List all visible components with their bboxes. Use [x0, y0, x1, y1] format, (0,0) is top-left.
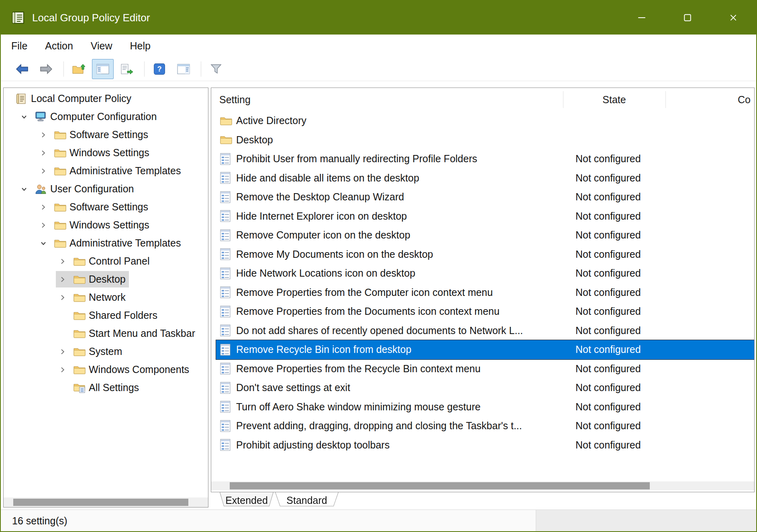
setting-cell: Do not add shares of recently opened doc…: [216, 324, 523, 336]
tree-item-computer-configuration[interactable]: Computer Configuration: [4, 108, 208, 126]
setting-cell: Remove Properties from the Computer icon…: [216, 286, 493, 298]
chevron-collapsed-icon[interactable]: [56, 348, 69, 355]
tree-item-windows-settings[interactable]: Windows Settings: [4, 144, 208, 162]
list-row-remove-computer-icon-on-the-desktop[interactable]: Remove Computer icon on the desktopNot c…: [216, 226, 754, 245]
list-scrollbar-thumb[interactable]: [230, 482, 650, 489]
chevron-collapsed-icon[interactable]: [56, 276, 69, 283]
filter-button[interactable]: [205, 59, 227, 79]
user-icon: [35, 184, 47, 194]
forward-icon: [39, 63, 53, 75]
minimize-button[interactable]: [619, 1, 665, 35]
tree-item-desktop[interactable]: Desktop: [4, 270, 208, 288]
column-header-comment[interactable]: Co: [738, 88, 751, 111]
tree-item-label: Windows Components: [89, 364, 189, 375]
state-cell: Not configured: [575, 153, 641, 165]
tree-item-inner: Desktop: [56, 271, 129, 287]
show-action-pane-button[interactable]: [173, 59, 194, 79]
policy-icon: [220, 420, 232, 432]
tree-item-label: All Settings: [89, 382, 139, 393]
tree-item-system[interactable]: System: [4, 342, 208, 361]
list-row-hide-internet-explorer-icon-on-desktop[interactable]: Hide Internet Explorer icon on desktopNo…: [216, 207, 754, 226]
list-row-remove-properties-from-the-recycle-bin-context-menu[interactable]: Remove Properties from the Recycle Bin c…: [216, 359, 754, 379]
list-row-remove-properties-from-the-computer-icon-context-menu[interactable]: Remove Properties from the Computer icon…: [216, 283, 754, 302]
chevron-collapsed-icon[interactable]: [37, 167, 50, 175]
menu-action[interactable]: Action: [36, 35, 82, 57]
folder-icon: [54, 202, 66, 212]
folder-icon: [54, 166, 66, 176]
list-row-prohibit-adjusting-desktop-toolbars[interactable]: Prohibit adjusting desktop toolbarsNot c…: [216, 436, 754, 455]
toolbar-separator: [201, 61, 201, 77]
tree-item-shared-folders[interactable]: Shared Folders: [4, 306, 208, 324]
up-one-level-button[interactable]: [68, 59, 90, 79]
computer-icon: [35, 112, 47, 122]
chevron-collapsed-icon[interactable]: [56, 258, 69, 265]
maximize-button[interactable]: [665, 1, 710, 35]
export-list-button[interactable]: [116, 59, 138, 79]
setting-label: Prohibit adjusting desktop toolbars: [236, 439, 390, 451]
list-row-remove-properties-from-the-documents-icon-context-menu[interactable]: Remove Properties from the Documents ico…: [216, 302, 754, 321]
menu-view[interactable]: View: [82, 35, 121, 57]
setting-label: Desktop: [236, 134, 273, 146]
chevron-collapsed-icon[interactable]: [56, 366, 69, 373]
tree-scrollbar-thumb[interactable]: [13, 499, 188, 506]
tree-item-user-configuration[interactable]: User Configuration: [4, 180, 208, 198]
tree-item-local-computer-policy[interactable]: Local Computer Policy: [4, 90, 208, 108]
menu-help[interactable]: Help: [121, 35, 159, 57]
tree-item-label: Software Settings: [69, 129, 148, 141]
tree-horizontal-scrollbar[interactable]: [4, 497, 208, 507]
list-row-desktop[interactable]: Desktop: [216, 130, 754, 150]
chevron-collapsed-icon[interactable]: [56, 294, 69, 301]
tab-extended[interactable]: Extended: [220, 492, 273, 509]
list-row-do-not-add-shares-of-recently-opened-documents-to-network-l[interactable]: Do not add shares of recently opened doc…: [216, 321, 754, 340]
tree-item-software-settings[interactable]: Software Settings: [4, 126, 208, 144]
column-header-state[interactable]: State: [563, 88, 665, 111]
setting-cell: Turn off Aero Shake window minimizing mo…: [216, 401, 481, 413]
list-row-remove-my-documents-icon-on-the-desktop[interactable]: Remove My Documents icon on the desktopN…: [216, 245, 754, 264]
chevron-expanded-icon[interactable]: [17, 185, 31, 193]
list-row-remove-recycle-bin-icon-from-desktop[interactable]: Remove Recycle Bin icon from desktopNot …: [216, 340, 754, 359]
list-row-turn-off-aero-shake-window-minimizing-mouse-gesture[interactable]: Turn off Aero Shake window minimizing mo…: [216, 397, 754, 417]
folder-icon: [54, 130, 66, 140]
chevron-collapsed-icon[interactable]: [37, 204, 50, 211]
tree-item-administrative-templates[interactable]: Administrative Templates: [4, 234, 208, 252]
chevron-collapsed-icon[interactable]: [37, 149, 50, 157]
setting-cell: Desktop: [216, 134, 273, 146]
folder-icon: [73, 329, 86, 338]
tree-item-software-settings[interactable]: Software Settings: [4, 198, 208, 216]
help-button[interactable]: ?: [149, 59, 170, 79]
forward-button[interactable]: [35, 59, 57, 79]
list-horizontal-scrollbar[interactable]: [211, 481, 754, 490]
close-button[interactable]: [710, 1, 756, 35]
show-console-tree-button[interactable]: [92, 59, 114, 79]
list-row-prohibit-user-from-manually-redirecting-profile-folders[interactable]: Prohibit User from manually redirecting …: [216, 149, 754, 169]
list-row-don-t-save-settings-at-exit[interactable]: Don't save settings at exitNot configure…: [216, 378, 754, 397]
tree-item-inner: Control Panel: [56, 253, 153, 269]
list-row-remove-the-desktop-cleanup-wizard[interactable]: Remove the Desktop Cleanup WizardNot con…: [216, 188, 754, 207]
policy-icon: [220, 229, 232, 241]
chevron-expanded-icon[interactable]: [37, 240, 50, 247]
back-button[interactable]: [11, 59, 33, 79]
folder-icon: [73, 347, 86, 357]
setting-cell: Remove the Desktop Cleanup Wizard: [216, 191, 404, 203]
menu-file[interactable]: File: [11, 35, 36, 57]
setting-cell: Remove Properties from the Documents ico…: [216, 306, 500, 318]
list-row-hide-network-locations-icon-on-desktop[interactable]: Hide Network Locations icon on desktopNo…: [216, 264, 754, 283]
tree-item-inner: Software Settings: [37, 199, 151, 215]
list-row-hide-and-disable-all-items-on-the-desktop[interactable]: Hide and disable all items on the deskto…: [216, 169, 754, 188]
column-header-setting[interactable]: Setting: [219, 88, 251, 111]
setting-label: Remove Properties from the Computer icon…: [236, 287, 493, 298]
chevron-expanded-icon[interactable]: [17, 113, 31, 120]
chevron-collapsed-icon[interactable]: [37, 222, 50, 229]
tree-item-windows-settings[interactable]: Windows Settings: [4, 216, 208, 234]
tree-item-start-menu-and-taskbar[interactable]: Start Menu and Taskbar: [4, 324, 208, 342]
list-row-active-directory[interactable]: Active Directory: [216, 111, 754, 130]
tree-item-all-settings[interactable]: All Settings: [4, 379, 208, 397]
tree-item-windows-components[interactable]: Windows Components: [4, 361, 208, 379]
tree-item-control-panel[interactable]: Control Panel: [4, 252, 208, 270]
setting-cell: Remove Recycle Bin icon from desktop: [216, 344, 411, 356]
list-row-prevent-adding-dragging-dropping-and-closing-the-taskbar-s-t[interactable]: Prevent adding, dragging, dropping and c…: [216, 416, 754, 436]
tree-item-administrative-templates[interactable]: Administrative Templates: [4, 162, 208, 180]
tab-standard[interactable]: Standard: [275, 492, 339, 509]
chevron-collapsed-icon[interactable]: [37, 131, 50, 139]
tree-item-network[interactable]: Network: [4, 288, 208, 306]
